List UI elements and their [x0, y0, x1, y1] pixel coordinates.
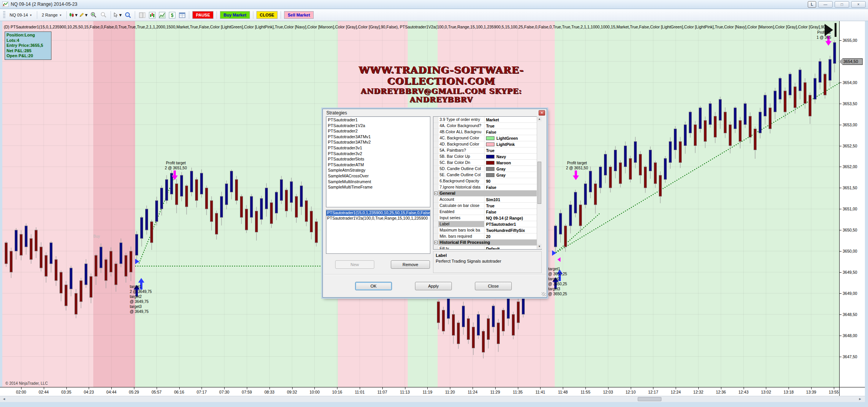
property-row[interactable]: 5C. Bar Color DnMaroon	[433, 160, 541, 166]
dialog-titlebar[interactable]: Strategies	[323, 109, 547, 116]
property-row[interactable]: 4C. Background ColorLightGreen	[433, 135, 541, 141]
property-value[interactable]: True	[484, 147, 541, 153]
property-value[interactable]: Gray	[484, 166, 541, 172]
property-section-row[interactable]: −Historical Fill Processing	[433, 240, 541, 246]
targets-right: target1@ 3650,25target2@ 3650,25target3@…	[548, 266, 575, 296]
property-value[interactable]: False	[484, 184, 541, 190]
strategy-list-item[interactable]: PTSautotraderATM	[327, 162, 430, 168]
property-value[interactable]: Default	[484, 246, 541, 250]
time-tick-label: 11:20	[445, 390, 455, 394]
collapse-icon[interactable]: −	[433, 240, 438, 245]
horizontal-scrollbar[interactable]: ◄ ►	[0, 396, 865, 402]
row-gutter	[433, 233, 438, 239]
configured-strategies-list[interactable]: PTSautotrader1(15,0,1,235900,10,25,50,15…	[326, 210, 430, 254]
strategy-list-item[interactable]: PTSautotrader5lots	[327, 156, 430, 162]
property-label: 5E. Candle Outline Col	[438, 172, 484, 178]
description-text: Perferct Trading Signals autotrader	[436, 259, 539, 263]
dialog-close-button[interactable]: ✕	[539, 110, 545, 116]
strategy-list-item[interactable]: PTSautotrader1	[327, 117, 430, 123]
property-value[interactable]: 90	[484, 178, 541, 184]
resize-grip[interactable]	[542, 292, 546, 296]
strategy-property-grid[interactable]: 3.9 Type of order entryMarket4A. Color B…	[433, 116, 542, 250]
property-row[interactable]: 5D. Candle Outline ColGray	[433, 166, 541, 172]
collapse-icon[interactable]: −	[433, 190, 438, 196]
property-value[interactable]: False	[484, 129, 541, 135]
strategy-parameter-line: (D) PTSautotrader1(15,0,1,235900,10,25,5…	[4, 25, 825, 30]
property-value[interactable]: LightPink	[484, 141, 541, 147]
close-dialog-button[interactable]: Close	[475, 282, 512, 290]
property-row[interactable]: 5B. Bar Color UpNavy	[433, 154, 541, 160]
property-value[interactable]: Maroon	[484, 160, 541, 165]
property-row[interactable]: 4A. Color Background?True	[433, 123, 541, 129]
price-tick-label: 3652,00	[843, 164, 857, 169]
property-row[interactable]: Input seriesNQ 09-14 (2 Range)	[433, 215, 541, 221]
time-tick-label: 11:29	[490, 390, 500, 394]
property-row[interactable]: Calculate on bar closeTrue	[433, 203, 541, 209]
price-tick	[840, 188, 842, 188]
strategy-list-item[interactable]: PTSautotrader3ATMv1	[327, 134, 430, 140]
property-row[interactable]: EnabledFalse	[433, 209, 541, 215]
property-description-pane: Label Perferct Trading Signals autotrade…	[433, 251, 542, 273]
price-tick-label: 3649,00	[843, 291, 857, 296]
property-value[interactable]: 20	[484, 233, 541, 239]
configured-strategy-item[interactable]: PTSautotrader1V2a(100,0,True,Range,15,10…	[326, 216, 430, 221]
ok-button[interactable]: OK	[355, 282, 392, 290]
property-row[interactable]: 5A. Paintbars?True	[433, 147, 541, 154]
price-tick	[840, 209, 842, 209]
property-grid-scrollbar[interactable]: ▲ ▼	[537, 116, 542, 249]
property-row[interactable]: 6.Background Opacity90	[433, 178, 541, 184]
property-row[interactable]: 7.Ignore historical dataFalse	[433, 184, 541, 190]
signal-text-label: Buy	[93, 234, 100, 238]
strategy-list-item[interactable]: PTSautotrader3v2	[327, 151, 430, 157]
strategy-list-item[interactable]: SampleMACrossOver	[327, 173, 430, 179]
scroll-left-icon[interactable]: ◄	[2, 397, 6, 401]
property-row[interactable]: Maximum bars look baTwoHundredFiftySix	[433, 227, 541, 233]
strategy-list-item[interactable]: PTSautotrader2	[327, 128, 430, 134]
scrollbar-thumb[interactable]	[638, 397, 661, 401]
property-value[interactable]: Market	[484, 117, 541, 122]
scroll-down-icon[interactable]: ▼	[537, 244, 542, 249]
row-gutter	[433, 129, 438, 135]
time-tick	[314, 387, 315, 389]
property-row[interactable]: AccountSim101	[433, 197, 541, 203]
apply-button[interactable]: Apply	[415, 282, 452, 290]
property-value[interactable]: LightGreen	[484, 135, 541, 141]
time-axis[interactable]: 02:0002:4403:3504:2304:4405:2905:5706:16…	[0, 387, 839, 396]
property-label: 5C. Bar Color Dn	[438, 160, 484, 165]
property-value[interactable]: Gray	[484, 172, 541, 178]
strategy-list-item[interactable]: PTSautotrader1V2a	[327, 123, 430, 129]
remove-button[interactable]: Remove	[391, 260, 430, 269]
scrollbar-thumb[interactable]	[537, 162, 541, 204]
strategy-list-item[interactable]: SampleMultiInstrument	[327, 179, 430, 185]
time-tick	[450, 387, 450, 389]
property-row[interactable]: Min. bars required20	[433, 233, 541, 240]
property-row[interactable]: LabelPTSautotrader1	[433, 221, 541, 227]
property-value[interactable]: True	[484, 123, 541, 129]
property-value[interactable]: True	[484, 203, 541, 208]
property-value[interactable]: TwoHundredFiftySix	[484, 227, 541, 233]
property-row[interactable]: 4B.Color ALL BackgrouFalse	[433, 129, 541, 135]
property-value[interactable]: False	[484, 209, 541, 215]
property-value[interactable]: NQ 09-14 (2 Range)	[484, 215, 541, 221]
configured-strategy-item[interactable]: PTSautotrader1(15,0,1,235900,10,25,50,15…	[326, 210, 430, 216]
property-row[interactable]: Fill tyDefault	[433, 246, 541, 250]
strategy-list-item[interactable]: PTSautotrader3ATMv2	[327, 139, 430, 145]
strategy-list-item[interactable]: PTSautotrader3v1	[327, 145, 430, 151]
property-value[interactable]: PTSautotrader1	[484, 221, 541, 227]
property-value-text: Gray	[496, 167, 506, 171]
property-section-row[interactable]: −General	[433, 190, 541, 197]
available-strategies-list[interactable]: PTSautotrader1PTSautotrader1V2aPTSautotr…	[326, 116, 430, 207]
property-row[interactable]: 3.9 Type of order entryMarket	[433, 117, 541, 123]
scroll-up-icon[interactable]: ▲	[537, 116, 542, 121]
strategy-list-item[interactable]: SampleAtmStrategy	[327, 167, 430, 173]
property-row[interactable]: 5E. Candle Outline ColGray	[433, 172, 541, 178]
property-label: Input series	[438, 215, 484, 221]
price-axis[interactable]: 3655,003654,503654,003653,503653,003652,…	[839, 21, 865, 396]
property-value[interactable]: Navy	[484, 154, 541, 159]
property-value[interactable]: Sim101	[484, 197, 541, 202]
scroll-right-icon[interactable]: ►	[858, 397, 862, 401]
strategy-list-item[interactable]: SampleMultiTimeFrame	[327, 184, 430, 190]
property-row[interactable]: 4D. Background ColorLightPink	[433, 141, 541, 147]
price-tick-label: 3655,00	[843, 38, 857, 43]
new-button[interactable]: New	[335, 260, 374, 269]
